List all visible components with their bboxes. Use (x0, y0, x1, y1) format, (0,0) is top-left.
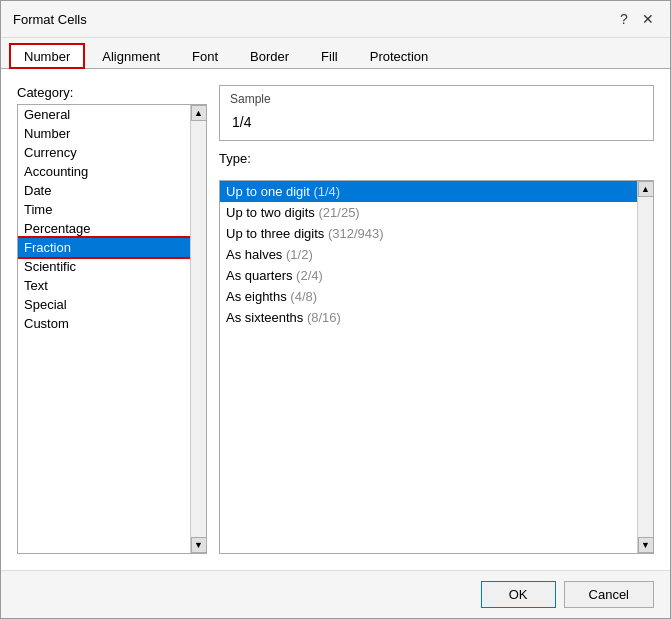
category-label: Category: (17, 85, 207, 100)
category-item-number[interactable]: Number (18, 124, 190, 143)
category-item-currency[interactable]: Currency (18, 143, 190, 162)
title-bar: Format Cells ? ✕ (1, 1, 670, 38)
type-label: Type: (219, 151, 654, 166)
type-item-eighths[interactable]: As eighths (4/8) (220, 286, 637, 307)
category-list-container: General Number Currency Accounting Date … (17, 104, 207, 554)
close-button[interactable]: ✕ (638, 9, 658, 29)
category-item-time[interactable]: Time (18, 200, 190, 219)
type-item-quarters[interactable]: As quarters (2/4) (220, 265, 637, 286)
tab-alignment[interactable]: Alignment (87, 43, 175, 69)
category-item-scientific[interactable]: Scientific (18, 257, 190, 276)
category-item-date[interactable]: Date (18, 181, 190, 200)
sample-label: Sample (230, 92, 643, 106)
left-panel: Category: General Number Currency Accoun… (17, 85, 207, 554)
type-scroll-up[interactable]: ▲ (638, 181, 654, 197)
type-scroll-down[interactable]: ▼ (638, 537, 654, 553)
category-item-general[interactable]: General (18, 105, 190, 124)
help-button[interactable]: ? (614, 9, 634, 29)
bottom-bar: OK Cancel (1, 570, 670, 618)
scroll-down-arrow[interactable]: ▼ (191, 537, 207, 553)
tabs-row: Number Alignment Font Border Fill Protec… (1, 38, 670, 69)
type-item-halves[interactable]: As halves (1/2) (220, 244, 637, 265)
type-item-one-digit[interactable]: Up to one digit (1/4) (220, 181, 637, 202)
dialog-title: Format Cells (13, 12, 87, 27)
category-item-fraction[interactable]: Fraction (18, 238, 190, 257)
tab-border[interactable]: Border (235, 43, 304, 69)
tab-font[interactable]: Font (177, 43, 233, 69)
type-item-two-digits[interactable]: Up to two digits (21/25) (220, 202, 637, 223)
main-row: Category: General Number Currency Accoun… (17, 85, 654, 554)
type-scrollbar: ▲ ▼ (637, 181, 653, 553)
content-area: Category: General Number Currency Accoun… (1, 69, 670, 570)
tab-fill[interactable]: Fill (306, 43, 353, 69)
type-list-container: Up to one digit (1/4) Up to two digits (… (219, 180, 654, 554)
type-item-three-digits[interactable]: Up to three digits (312/943) (220, 223, 637, 244)
category-item-custom[interactable]: Custom (18, 314, 190, 333)
ok-button[interactable]: OK (481, 581, 556, 608)
scroll-up-arrow[interactable]: ▲ (191, 105, 207, 121)
category-item-text[interactable]: Text (18, 276, 190, 295)
right-panel: Sample 1/4 Type: Up to one digit (1/4) U… (219, 85, 654, 554)
category-item-accounting[interactable]: Accounting (18, 162, 190, 181)
sample-box: Sample 1/4 (219, 85, 654, 141)
category-list: General Number Currency Accounting Date … (18, 105, 190, 553)
cancel-button[interactable]: Cancel (564, 581, 654, 608)
category-item-percentage[interactable]: Percentage (18, 219, 190, 238)
category-item-special[interactable]: Special (18, 295, 190, 314)
type-list: Up to one digit (1/4) Up to two digits (… (220, 181, 637, 553)
format-cells-dialog: Format Cells ? ✕ Number Alignment Font B… (0, 0, 671, 619)
tab-number[interactable]: Number (9, 43, 85, 69)
category-scrollbar: ▲ ▼ (190, 105, 206, 553)
title-bar-controls: ? ✕ (614, 9, 658, 29)
tab-protection[interactable]: Protection (355, 43, 444, 69)
type-item-sixteenths[interactable]: As sixteenths (8/16) (220, 307, 637, 328)
sample-value: 1/4 (230, 110, 643, 134)
